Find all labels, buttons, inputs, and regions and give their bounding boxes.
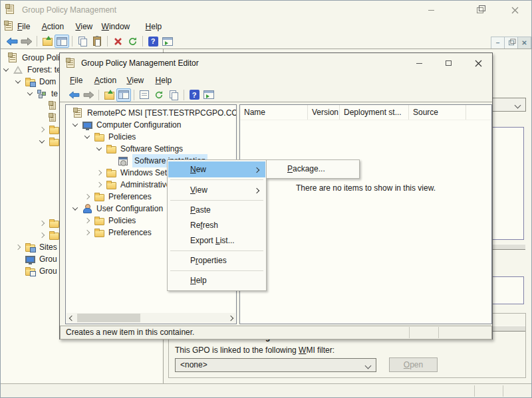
- show-console-tree-button[interactable]: [116, 88, 131, 102]
- tree-item-group-policy-root[interactable]: Group Policy: [1, 52, 68, 64]
- wmi-open-button[interactable]: Open: [389, 357, 438, 372]
- tree-item-sites[interactable]: Sites: [13, 241, 57, 253]
- export-list-button[interactable]: [166, 88, 181, 102]
- gpme-menu-help[interactable]: Help: [156, 76, 172, 85]
- tree-item-computer-configuration[interactable]: Computer Configuration: [70, 119, 181, 131]
- expander-icon[interactable]: [94, 147, 104, 151]
- wmi-filter-select[interactable]: <none>: [175, 358, 376, 372]
- tree-item-gp-results[interactable]: Grou: [13, 265, 57, 277]
- expander-icon[interactable]: [82, 219, 92, 223]
- list-header: Name Version Deployment st... Source: [240, 105, 491, 120]
- expander-icon[interactable]: [13, 80, 23, 84]
- scrollbar-thumb[interactable]: [77, 314, 140, 322]
- expander-icon[interactable]: [1, 68, 11, 72]
- gpmc-close-button[interactable]: [500, 1, 530, 19]
- gpme-menu-action[interactable]: Action: [94, 76, 116, 85]
- scroll-left-arrow[interactable]: [66, 313, 76, 323]
- refresh-icon: [128, 37, 138, 47]
- expander-icon[interactable]: [94, 183, 104, 187]
- tree-item-gpo-link[interactable]: [35, 112, 62, 124]
- forward-button[interactable]: [81, 88, 96, 102]
- back-button[interactable]: [66, 88, 81, 102]
- column-header-version[interactable]: Version: [308, 105, 340, 120]
- expander-icon[interactable]: [37, 140, 47, 144]
- properties-button[interactable]: [137, 88, 152, 102]
- gpmc-menu-view[interactable]: View: [75, 19, 92, 34]
- expander-icon[interactable]: [94, 171, 104, 175]
- gpme-close-button[interactable]: [468, 53, 488, 73]
- context-menu-item-new[interactable]: New: [168, 161, 265, 177]
- gpme-menu-view[interactable]: View: [126, 76, 144, 85]
- context-menu-item-refresh[interactable]: Refresh: [168, 218, 265, 233]
- expander-icon[interactable]: [82, 195, 92, 199]
- horizontal-scrollbar[interactable]: [66, 313, 235, 323]
- gpmc-menu-action[interactable]: Action: [42, 19, 64, 34]
- gpmc-menu-help[interactable]: Help: [146, 19, 162, 34]
- up-one-level-button[interactable]: [102, 88, 116, 102]
- help-button[interactable]: ?: [146, 35, 160, 48]
- help-icon: ?: [148, 37, 158, 47]
- copy-icon: [78, 37, 87, 46]
- expander-icon[interactable]: [37, 128, 47, 132]
- tree-item-policies[interactable]: Policies: [82, 131, 136, 143]
- back-arrow-icon: [6, 37, 18, 46]
- submenu-item-package[interactable]: Package...: [267, 160, 359, 178]
- refresh-button[interactable]: [125, 35, 140, 48]
- gpme-title-bar[interactable]: Group Policy Management Editor: [60, 53, 492, 73]
- tree-item-gp-modeling[interactable]: Grou: [13, 253, 57, 265]
- tree-item-gpo-root[interactable]: RemotePC MSI [TEST.TESTRPCGPO.COM] P: [65, 107, 237, 119]
- close-icon: [511, 7, 519, 14]
- forward-button[interactable]: [19, 35, 34, 48]
- gpmc-menu-window[interactable]: Window: [102, 19, 130, 34]
- tree-item-domain[interactable]: te: [25, 88, 58, 100]
- back-button[interactable]: [5, 35, 19, 48]
- scroll-right-arrow[interactable]: [225, 313, 235, 323]
- tree-item-software-settings[interactable]: Software Settings: [94, 143, 183, 155]
- paste-icon: [93, 37, 101, 46]
- copy-button[interactable]: [75, 35, 90, 48]
- expander-icon[interactable]: [70, 207, 80, 211]
- expander-icon[interactable]: [70, 123, 80, 127]
- tree-item-gpo-link[interactable]: [35, 100, 62, 112]
- status-text: Creates a new item in this container.: [66, 328, 194, 337]
- gpmc-restore-button[interactable]: [465, 1, 495, 19]
- context-menu-item-view[interactable]: View: [168, 182, 265, 198]
- delete-x-icon: [114, 37, 122, 46]
- paste-button[interactable]: [90, 35, 104, 48]
- gpmc-title-bar[interactable]: Group Policy Management: [1, 1, 531, 19]
- tree-item-policies[interactable]: Policies: [82, 215, 136, 227]
- help-button[interactable]: ?: [187, 88, 201, 102]
- context-menu-item-properties[interactable]: Properties: [168, 253, 265, 268]
- context-menu-item-help[interactable]: Help: [168, 273, 265, 288]
- expander-icon[interactable]: [25, 92, 35, 96]
- tree-item-domains[interactable]: Dom: [13, 76, 56, 88]
- column-header-deployment-state[interactable]: Deployment st...: [340, 105, 409, 120]
- gpme-minimize-button[interactable]: [409, 53, 429, 73]
- tree-item-forest[interactable]: Forest: te: [1, 64, 61, 76]
- refresh-button[interactable]: [152, 88, 166, 102]
- context-menu-item-export-list[interactable]: Export List...: [168, 233, 265, 249]
- gpme-maximize-button[interactable]: [438, 53, 458, 73]
- new-window-button[interactable]: [160, 35, 175, 48]
- tree-item-preferences[interactable]: Preferences: [82, 227, 152, 239]
- gpmc-menu-file[interactable]: File: [17, 19, 30, 34]
- expander-icon[interactable]: [37, 233, 47, 237]
- expander-icon[interactable]: [82, 231, 92, 235]
- show-console-tree-button[interactable]: [55, 35, 69, 48]
- delete-button[interactable]: [110, 35, 125, 48]
- folder-icon: [104, 144, 118, 153]
- tree-item-user-configuration[interactable]: User Configuration: [70, 203, 163, 215]
- expander-icon[interactable]: [13, 245, 23, 249]
- expander-icon[interactable]: [82, 135, 92, 139]
- tree-item-preferences[interactable]: Preferences: [82, 191, 152, 203]
- up-one-level-button[interactable]: [40, 35, 55, 48]
- expander-icon[interactable]: [37, 221, 47, 225]
- console-tree-icon: [57, 37, 67, 46]
- gpmc-minimize-button[interactable]: [416, 1, 446, 19]
- column-header-name[interactable]: Name: [240, 105, 308, 120]
- column-header-source[interactable]: Source: [409, 105, 466, 120]
- label-part: Export: [190, 236, 215, 245]
- gpme-menu-file[interactable]: File: [70, 76, 82, 85]
- new-window-button[interactable]: [201, 88, 216, 102]
- context-menu-item-paste[interactable]: Paste: [168, 203, 265, 218]
